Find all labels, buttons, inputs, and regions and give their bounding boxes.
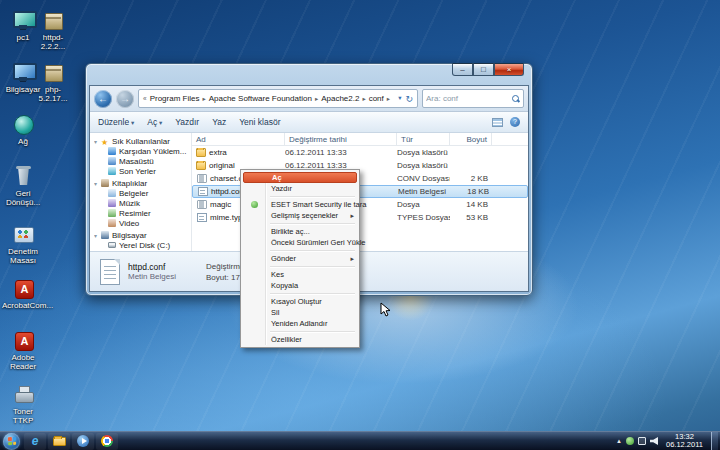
text-document-icon: [198, 187, 208, 196]
menu-item-create-shortcut[interactable]: Kısayol Oluştur: [243, 296, 357, 307]
burn-button[interactable]: Yaz: [212, 117, 226, 127]
volume-tray-icon[interactable]: [650, 437, 658, 445]
control-panel-icon: [11, 222, 35, 246]
file-name: magic: [210, 200, 231, 209]
menu-item-open[interactable]: Aç: [243, 172, 357, 183]
details-file-name: httpd.conf: [128, 262, 176, 272]
eset-tray-icon[interactable]: [626, 437, 634, 445]
taskbar-button-windows-explorer[interactable]: [48, 433, 70, 450]
sidebar-group-libraries[interactable]: ▾Kitaplıklar: [94, 179, 191, 189]
sidebar-item-local-disk-c[interactable]: Yerel Disk (C:): [94, 241, 191, 251]
desktop-icon-network[interactable]: Ağ: [2, 112, 44, 146]
search-input[interactable]: [426, 94, 508, 103]
desktop-icon-label: Ağ: [2, 137, 44, 146]
breadcrumb-conf[interactable]: conf: [368, 94, 385, 103]
expander-icon[interactable]: ▾: [94, 231, 101, 241]
file-name: original: [209, 161, 235, 170]
change-view-icon[interactable]: [492, 118, 503, 127]
breadcrumb-overflow-chevron[interactable]: «: [143, 95, 147, 102]
printer-icon: [11, 382, 35, 406]
network-icon: [11, 112, 35, 136]
menu-item-advanced-options[interactable]: Gelişmiş seçenekler: [243, 210, 357, 221]
desktop-icon-label: AcrobatCom...: [2, 301, 44, 310]
desktop-icon-label: Toner TTKP: [2, 407, 44, 425]
sidebar-item-desktop[interactable]: Masaüstü: [94, 157, 191, 167]
desktop-icon-toner[interactable]: Toner TTKP: [2, 382, 44, 425]
sidebar-item-recent-places[interactable]: Son Yerler: [94, 167, 191, 177]
column-header-type[interactable]: Tür: [397, 133, 450, 146]
desktop-icon-acrobat[interactable]: AcrobatCom...: [2, 276, 44, 310]
menu-item-properties[interactable]: Özellikler: [243, 334, 357, 345]
organize-menu-button[interactable]: Düzenle: [98, 117, 134, 127]
menu-item-delete[interactable]: Sil: [243, 307, 357, 318]
eset-icon: [251, 201, 258, 208]
open-menu-button[interactable]: Aç: [147, 117, 162, 127]
breadcrumb-separator-icon: ▸: [315, 95, 318, 103]
new-folder-button[interactable]: Yeni klasör: [239, 117, 280, 127]
address-bar[interactable]: « Program Files▸ Apache Software Foundat…: [138, 89, 418, 108]
breadcrumb-apache-software-foundation[interactable]: Apache Software Foundation: [208, 94, 313, 103]
menu-item-cut[interactable]: Kes: [243, 269, 357, 280]
sidebar-item-pictures[interactable]: Resimler: [94, 209, 191, 219]
menu-separator: [270, 266, 355, 267]
breadcrumb-program-files[interactable]: Program Files: [149, 94, 201, 103]
navigation-bar: ← → « Program Files▸ Apache Software Fou…: [90, 86, 528, 112]
media-player-icon: [77, 435, 89, 447]
file-row-extra[interactable]: extra 06.12.2011 13:33 Dosya klasörü: [192, 146, 528, 159]
start-button[interactable]: [3, 433, 20, 450]
menu-item-restore-previous-versions[interactable]: Önceki Sürümleri Geri Yükle: [243, 237, 357, 248]
context-menu: Aç Yazdır ESET Smart Security ile tara G…: [240, 169, 360, 348]
sidebar-item-video[interactable]: Video: [94, 219, 191, 229]
help-icon[interactable]: ?: [510, 117, 520, 127]
sidebar-item-music[interactable]: Müzik: [94, 199, 191, 209]
menu-item-eset-scan[interactable]: ESET Smart Security ile tara: [243, 199, 357, 210]
column-header-size[interactable]: Boyut: [450, 133, 492, 146]
menu-separator: [270, 293, 355, 294]
sidebar-group-favorites[interactable]: ▾Sık Kullanılanlar: [94, 137, 191, 147]
taskbar-button-media-player[interactable]: [72, 433, 94, 450]
search-icon[interactable]: [512, 95, 520, 103]
chrome-icon: [101, 435, 113, 447]
expander-icon[interactable]: ▾: [94, 137, 101, 147]
maximize-button[interactable]: □: [473, 63, 494, 76]
file-type: CONV Dosyası: [397, 174, 450, 183]
desktop-icon-httpd-installer[interactable]: httpd-2.2.2...: [32, 8, 74, 51]
column-header-date-modified[interactable]: Değiştirme tarihi: [285, 133, 397, 146]
menu-item-print[interactable]: Yazdır: [243, 183, 357, 194]
forward-button[interactable]: →: [116, 90, 134, 108]
back-button[interactable]: ←: [94, 90, 112, 108]
sidebar-group-computer[interactable]: ▾Bilgisayar: [94, 231, 191, 241]
menu-separator: [270, 250, 355, 251]
taskbar-button-chrome[interactable]: [96, 433, 118, 450]
print-button[interactable]: Yazdır: [175, 117, 199, 127]
network-tray-icon[interactable]: [638, 437, 646, 445]
sidebar-item-label: Müzik: [119, 199, 140, 208]
menu-item-send-to[interactable]: Gönder: [243, 253, 357, 264]
sidebar-item-documents[interactable]: Belgeler: [94, 189, 191, 199]
taskbar-button-internet-explorer[interactable]: e: [24, 433, 46, 450]
show-desktop-button[interactable]: [711, 432, 718, 450]
sidebar-item-label: Yerel Disk (C:): [119, 241, 170, 250]
video-icon: [108, 219, 116, 227]
search-box[interactable]: [422, 89, 524, 108]
menu-item-open-with[interactable]: Birlikte aç...: [243, 226, 357, 237]
menu-item-copy[interactable]: Kopyala: [243, 280, 357, 291]
desktop-icon-adobe-reader[interactable]: Adobe Reader: [2, 328, 44, 371]
refresh-icon[interactable]: ↻: [405, 94, 413, 104]
music-icon: [108, 199, 116, 207]
close-button[interactable]: ×: [494, 63, 524, 76]
minimize-button[interactable]: –: [452, 63, 473, 76]
desktop-icon-recycle-bin[interactable]: Geri Dönüşü...: [2, 164, 44, 207]
desktop-icon-control-panel[interactable]: Denetim Masası: [2, 222, 44, 265]
column-header-name[interactable]: Ad: [192, 133, 285, 146]
breadcrumb-apache22[interactable]: Apache2.2: [320, 94, 360, 103]
expander-icon[interactable]: ▾: [94, 179, 101, 189]
desktop-icon-label: php-5.2.17...: [32, 85, 74, 103]
hidden-icons-arrow-icon[interactable]: ▲: [616, 438, 622, 444]
desktop-icon-php-installer[interactable]: php-5.2.17...: [32, 60, 74, 103]
taskbar-clock[interactable]: 13:32 06.12.2011: [662, 433, 707, 450]
sidebar-item-downloads[interactable]: Karşıdan Yüklem...: [94, 147, 191, 157]
menu-item-rename[interactable]: Yeniden Adlandır: [243, 318, 357, 329]
hard-disk-icon: [108, 242, 116, 248]
address-dropdown-icon[interactable]: ▾: [398, 94, 401, 104]
